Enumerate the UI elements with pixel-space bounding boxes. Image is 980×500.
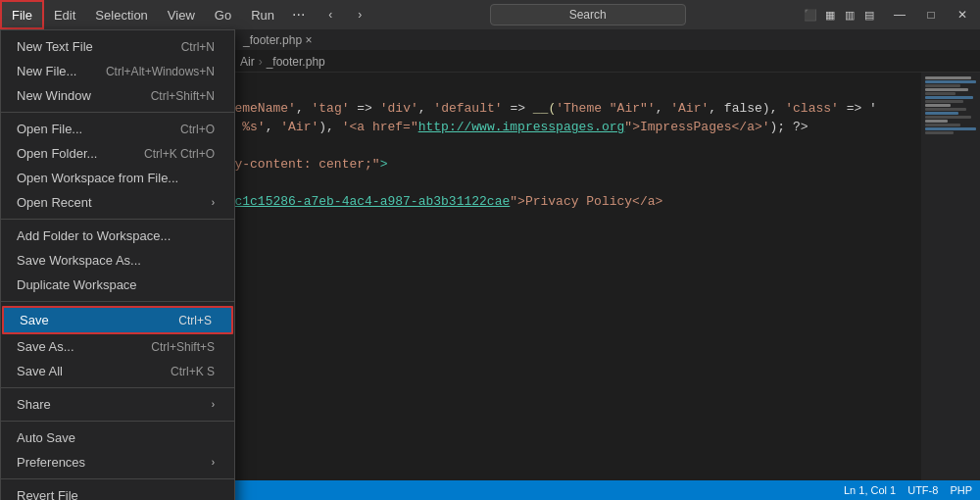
status-language[interactable]: PHP: [950, 484, 972, 496]
menu-item-save-as[interactable]: Save As... Ctrl+Shift+S: [1, 334, 234, 359]
minimap-line: [925, 100, 963, 103]
minimap-line: [925, 124, 960, 126]
status-encoding[interactable]: UTF-8: [907, 484, 938, 496]
layout-icon-3[interactable]: ▥: [841, 6, 858, 24]
separator-3: [1, 301, 234, 302]
open-tab[interactable]: _footer.php ×: [235, 33, 319, 47]
share-arrow: ›: [212, 399, 215, 410]
layout-icon-2[interactable]: ▦: [821, 6, 839, 24]
menu-view[interactable]: View: [158, 0, 205, 29]
nav-back[interactable]: ‹: [317, 5, 344, 25]
title-bar-center: Search: [373, 4, 802, 25]
separator-5: [1, 421, 234, 422]
window-controls: — □ ✕: [886, 5, 976, 25]
minimap-line: [925, 80, 976, 83]
menu-item-open-recent[interactable]: Open Recent ›: [1, 190, 234, 215]
minimap-line: [925, 92, 956, 95]
preferences-arrow: ›: [212, 457, 215, 468]
menu-run[interactable]: Run: [241, 0, 284, 29]
menu-item-revert-file[interactable]: Revert File: [1, 483, 234, 500]
minimap-line: [925, 96, 973, 99]
menu-item-open-workspace-from-file[interactable]: Open Workspace from File...: [1, 166, 234, 190]
breadcrumb-footer: _footer.php: [267, 55, 325, 69]
menu-item-share[interactable]: Share ›: [1, 392, 234, 417]
minimap-content: [921, 73, 980, 139]
layout-icon-4[interactable]: ▤: [860, 6, 878, 24]
menu-item-save-all[interactable]: Save All Ctrl+K S: [1, 359, 234, 383]
file-dropdown-overlay: New Text File Ctrl+N New File... Ctrl+Al…: [0, 29, 235, 500]
layout-icon-1[interactable]: ⬛: [802, 6, 819, 24]
menu-item-open-file[interactable]: Open File... Ctrl+O: [1, 117, 234, 141]
title-bar: File Edit Selection View Go Run ··· ‹ › …: [0, 0, 980, 29]
close-button[interactable]: ✕: [949, 5, 976, 25]
menu-item-open-folder[interactable]: Open Folder... Ctrl+K Ctrl+O: [1, 141, 234, 166]
menu-item-preferences[interactable]: Preferences ›: [1, 450, 234, 475]
minimap-line: [925, 120, 948, 123]
minimap-line: [925, 108, 966, 111]
minimap-line: [925, 84, 960, 87]
menu-item-add-folder-to-workspace[interactable]: Add Folder to Workspace...: [1, 224, 234, 248]
minimap-line: [925, 116, 971, 119]
menu-item-save[interactable]: Save Ctrl+S: [2, 306, 233, 334]
minimize-button[interactable]: —: [886, 5, 913, 25]
open-recent-arrow: ›: [212, 197, 215, 208]
minimap-line: [925, 112, 958, 115]
menu-item-new-text-file[interactable]: New Text File Ctrl+N: [1, 34, 234, 59]
minimap-line: [925, 127, 976, 130]
separator-6: [1, 478, 234, 479]
maximize-button[interactable]: □: [917, 5, 945, 25]
nav-forward[interactable]: ›: [346, 5, 373, 25]
menu-edit[interactable]: Edit: [44, 0, 85, 29]
layout-icons: ⬛ ▦ ▥ ▤: [802, 6, 878, 24]
minimap-line: [925, 131, 954, 134]
menu-item-new-window[interactable]: New Window Ctrl+Shift+N: [1, 83, 234, 108]
menu-more-dots[interactable]: ···: [284, 6, 313, 24]
file-dropdown-menu: New Text File Ctrl+N New File... Ctrl+Al…: [0, 29, 235, 500]
menu-bar: File Edit Selection View Go Run ···: [0, 0, 313, 29]
separator-4: [1, 387, 234, 388]
breadcrumb-sep-1: ›: [259, 55, 263, 69]
breadcrumb-air[interactable]: Air: [240, 55, 255, 69]
minimap-line: [925, 104, 951, 107]
separator-1: [1, 112, 234, 113]
menu-item-new-file[interactable]: New File... Ctrl+Alt+Windows+N: [1, 59, 234, 83]
status-line-col[interactable]: Ln 1, Col 1: [844, 484, 896, 496]
minimap-line: [925, 88, 968, 91]
separator-2: [1, 219, 234, 220]
minimap: [921, 73, 980, 480]
menu-go[interactable]: Go: [205, 0, 241, 29]
menu-item-duplicate-workspace[interactable]: Duplicate Workspace: [1, 273, 234, 297]
menu-selection[interactable]: Selection: [85, 0, 157, 29]
menu-file[interactable]: File: [0, 0, 44, 29]
minimap-line: [925, 76, 971, 79]
search-bar[interactable]: Search: [490, 4, 686, 25]
menu-item-save-workspace-as[interactable]: Save Workspace As...: [1, 248, 234, 273]
menu-item-auto-save[interactable]: Auto Save: [1, 425, 234, 450]
